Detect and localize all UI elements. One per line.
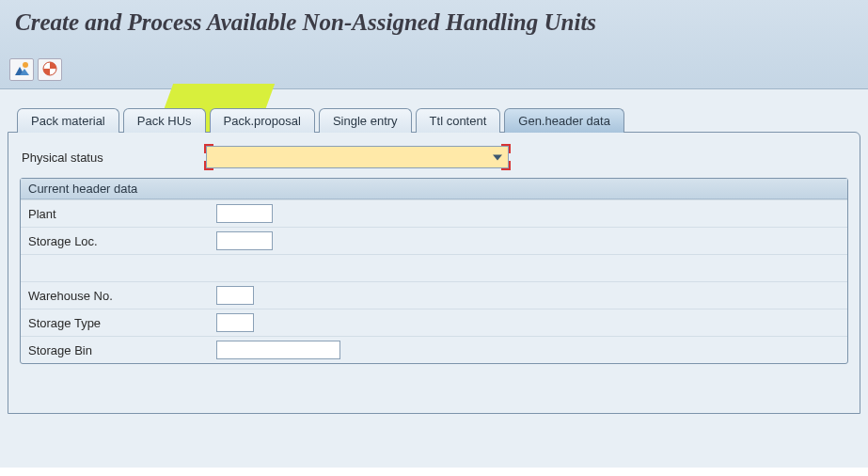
- row-plant: Plant: [21, 199, 847, 227]
- svg-point-0: [23, 62, 28, 68]
- group-title: Current header data: [21, 179, 847, 199]
- row-storage-type: Storage Type: [21, 309, 847, 336]
- tab-label: Single entry: [333, 114, 398, 128]
- tab-pack-material[interactable]: Pack material: [17, 108, 119, 133]
- row-warehouse-no: Warehouse No.: [21, 281, 847, 309]
- plant-input[interactable]: [216, 204, 273, 223]
- spacer: [21, 254, 847, 281]
- page-title: Create and Process Available Non-Assigne…: [0, 0, 868, 58]
- storage-type-input[interactable]: [216, 313, 254, 332]
- current-header-data-group: Current header data Plant Storage Loc. W…: [20, 178, 848, 364]
- row-storage-loc: Storage Loc.: [21, 227, 847, 254]
- physical-status-row: Physical status: [22, 146, 850, 168]
- tabstrip: Pack material Pack HUs Pack.proposal Sin…: [0, 108, 868, 133]
- tab-label: Pack material: [31, 114, 105, 128]
- plant-label: Plant: [28, 207, 216, 221]
- tab-pack-hus[interactable]: Pack HUs: [123, 108, 206, 133]
- warehouse-no-input[interactable]: [216, 286, 254, 305]
- physical-status-select[interactable]: [206, 146, 509, 168]
- tab-label: Pack HUs: [137, 114, 192, 128]
- tab-label: Pack.proposal: [224, 114, 301, 128]
- storage-loc-input[interactable]: [216, 231, 273, 250]
- tab-label: Gen.header data: [518, 114, 610, 128]
- storage-bin-label: Storage Bin: [28, 343, 216, 357]
- tab-label: Ttl content: [430, 114, 487, 128]
- tab-single-entry[interactable]: Single entry: [319, 108, 412, 133]
- row-storage-bin: Storage Bin: [21, 336, 847, 363]
- app-body: Pack material Pack HUs Pack.proposal Sin…: [0, 89, 868, 468]
- mountain-sun-icon: [13, 61, 30, 79]
- storage-bin-input[interactable]: [216, 341, 340, 359]
- header-area: Create and Process Available Non-Assigne…: [0, 0, 868, 89]
- tab-gen-header-data[interactable]: Gen.header data: [504, 108, 624, 133]
- warehouse-no-label: Warehouse No.: [28, 289, 216, 303]
- physical-status-label: Physical status: [22, 151, 206, 165]
- tab-ttl-content[interactable]: Ttl content: [416, 108, 501, 133]
- tab-pack-proposal[interactable]: Pack.proposal: [210, 108, 315, 133]
- storage-type-label: Storage Type: [28, 316, 216, 330]
- tab-panel-gen-header: Physical status Current header data Plan…: [8, 132, 860, 414]
- toolbar-button-1[interactable]: [9, 58, 34, 81]
- target-icon: [41, 61, 58, 79]
- storage-loc-label: Storage Loc.: [28, 234, 216, 248]
- toolbar: [0, 58, 868, 88]
- physical-status-select-wrapper: [206, 146, 509, 168]
- toolbar-button-2[interactable]: [38, 58, 62, 81]
